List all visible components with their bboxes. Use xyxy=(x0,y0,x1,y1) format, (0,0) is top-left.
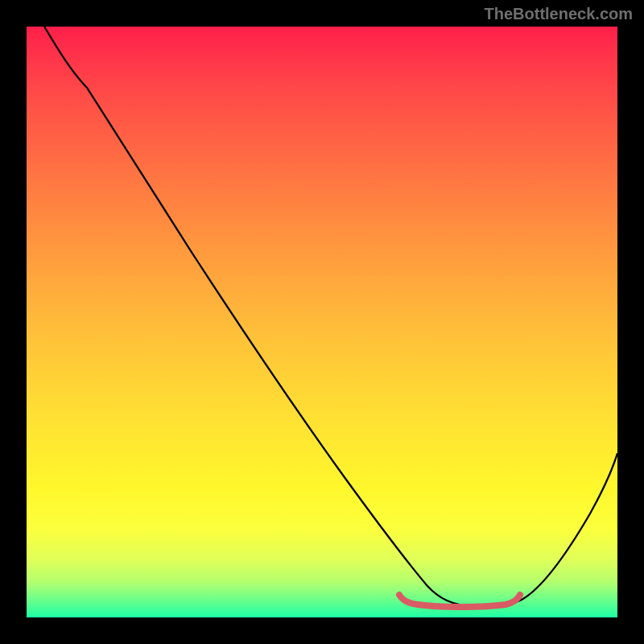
marker-dot xyxy=(472,605,475,609)
marker-dot xyxy=(456,605,459,609)
minimum-marker xyxy=(399,595,520,607)
bottleneck-curve xyxy=(44,27,617,606)
curve-layer xyxy=(27,27,617,617)
marker-dot xyxy=(440,605,443,609)
chart-container: TheBottleneck.com xyxy=(0,0,644,644)
watermark-label: TheBottleneck.com xyxy=(485,5,633,23)
marker-dot xyxy=(488,605,491,608)
marker-dot xyxy=(423,605,427,608)
plot-area xyxy=(27,27,617,617)
